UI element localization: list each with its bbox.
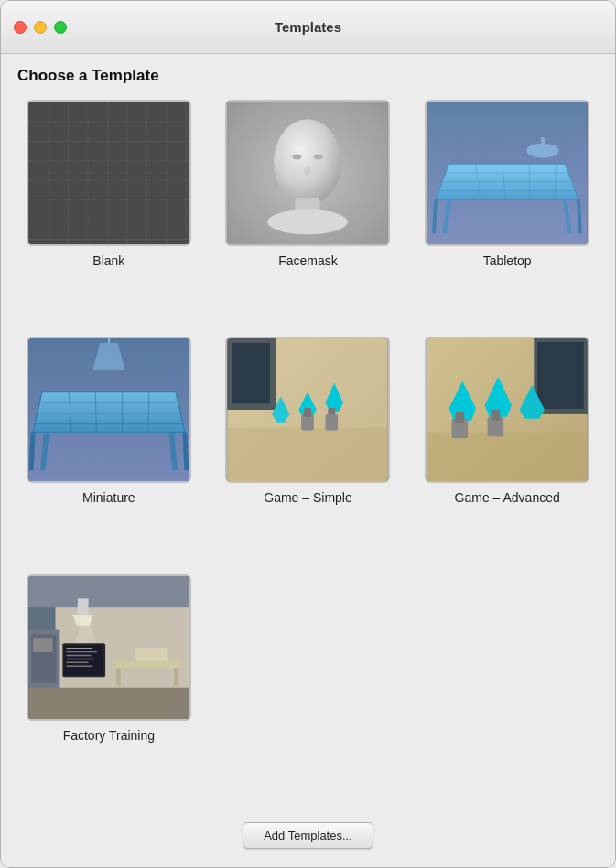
template-label-miniature: Miniature [82, 490, 135, 505]
footer: Add Templates... [1, 809, 615, 867]
template-label-game-advanced: Game – Advanced [455, 490, 560, 505]
template-item-tabletop[interactable]: Tabletop [416, 100, 599, 318]
svg-rect-80 [33, 638, 52, 652]
template-thumb-blank [27, 100, 191, 246]
svg-rect-59 [537, 342, 584, 409]
template-item-game-advanced[interactable]: Game – Advanced [416, 337, 599, 555]
svg-point-6 [274, 120, 341, 206]
template-thumb-miniature [27, 337, 191, 483]
traffic-lights [14, 21, 67, 34]
svg-rect-55 [326, 414, 339, 431]
svg-rect-43 [228, 428, 389, 482]
svg-marker-28 [33, 392, 185, 433]
svg-rect-82 [64, 645, 103, 675]
svg-rect-90 [116, 668, 121, 686]
template-label-blank: Blank [92, 253, 124, 268]
template-label-factory: Factory Training [63, 728, 155, 743]
template-label-game-simple: Game – Simple [264, 490, 351, 505]
template-thumb-game-advanced [425, 337, 589, 483]
svg-rect-88 [66, 665, 92, 666]
svg-rect-86 [66, 658, 94, 659]
template-thumb-tabletop [425, 100, 589, 246]
svg-rect-45 [232, 343, 271, 403]
minimize-button[interactable] [34, 21, 47, 34]
svg-point-11 [305, 166, 312, 176]
svg-line-23 [434, 199, 436, 233]
svg-rect-89 [113, 660, 180, 668]
svg-rect-91 [174, 668, 178, 686]
svg-point-9 [293, 155, 302, 160]
content-area: Choose a Template [1, 54, 615, 809]
template-label-tabletop: Tabletop [483, 253, 532, 268]
svg-rect-72 [28, 576, 189, 607]
section-title: Choose a Template [17, 67, 599, 85]
svg-rect-57 [427, 433, 588, 482]
window: Templates Choose a Template [0, 0, 616, 868]
svg-rect-69 [492, 410, 501, 421]
title-bar: Templates [1, 1, 615, 54]
svg-rect-83 [66, 648, 92, 649]
svg-rect-85 [66, 654, 91, 655]
svg-rect-75 [78, 598, 89, 615]
svg-rect-26 [541, 137, 545, 151]
window-title: Templates [275, 19, 341, 35]
maximize-button[interactable] [54, 21, 67, 34]
svg-rect-74 [28, 688, 189, 719]
svg-line-36 [43, 433, 47, 471]
svg-point-10 [314, 155, 323, 160]
svg-line-37 [171, 433, 175, 471]
svg-point-8 [268, 209, 349, 234]
add-templates-button[interactable]: Add Templates... [243, 822, 373, 849]
template-item-factory[interactable]: Factory Training [17, 574, 200, 793]
template-item-blank[interactable]: Blank [17, 100, 200, 318]
svg-rect-67 [456, 412, 465, 423]
template-thumb-game-simple [225, 337, 390, 483]
svg-rect-92 [135, 648, 167, 661]
close-button[interactable] [14, 21, 27, 34]
template-item-facemask[interactable]: Facemask [217, 100, 400, 318]
svg-line-38 [31, 433, 33, 471]
template-label-facemask: Facemask [278, 253, 338, 268]
template-thumb-facemask [225, 100, 390, 246]
template-item-game-simple[interactable]: Game – Simple [217, 337, 400, 555]
template-thumb-factory [27, 574, 191, 721]
svg-line-39 [185, 433, 187, 471]
svg-rect-87 [66, 661, 88, 662]
svg-rect-53 [305, 408, 312, 417]
svg-rect-84 [66, 651, 97, 652]
template-grid: Blank [17, 100, 599, 793]
svg-line-24 [578, 199, 580, 233]
template-item-miniature[interactable]: Miniature [17, 337, 200, 555]
